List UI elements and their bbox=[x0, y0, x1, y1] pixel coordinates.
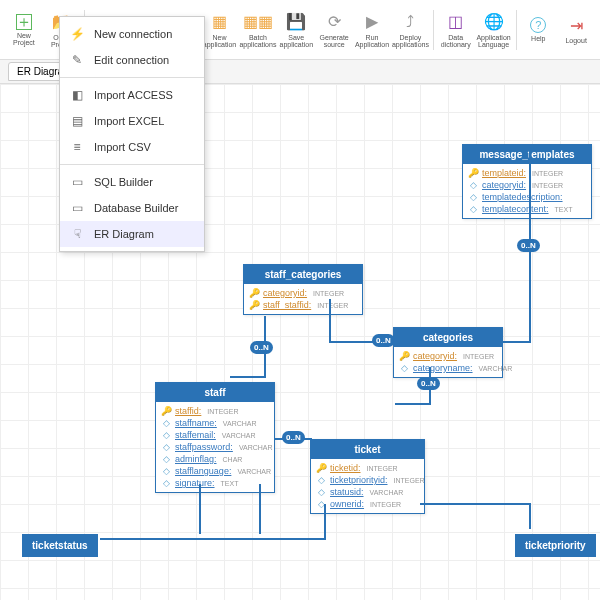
toolbar-label: Save application bbox=[278, 34, 314, 48]
diamond-icon: ◇ bbox=[399, 363, 409, 373]
cardinality-badge: 0..N bbox=[282, 431, 305, 444]
toolbar-label: Logout bbox=[565, 37, 586, 44]
entity-title: staff bbox=[156, 383, 274, 402]
dictionary-icon: ◫ bbox=[446, 12, 466, 32]
grid-multi-icon: ▦▦ bbox=[248, 12, 268, 32]
field-name: stafflanguage: bbox=[175, 466, 231, 476]
dropdown-label: Import EXCEL bbox=[94, 115, 164, 127]
help-icon: ? bbox=[530, 17, 546, 33]
toolbar-run-application[interactable]: ▶ Run Application bbox=[354, 5, 390, 55]
toolbar-application-language[interactable]: 🌐 Application Language bbox=[476, 5, 512, 55]
toolbar-deploy-applications[interactable]: ⤴ Deploy applications bbox=[392, 5, 429, 55]
field-type: INTEGER bbox=[532, 182, 563, 189]
field-name: staffpassword: bbox=[175, 442, 233, 452]
entity-ticket[interactable]: ticket 🔑ticketid:INTEGER ◇ticketpriority… bbox=[310, 439, 425, 514]
entity-fields: 🔑templateid:INTEGER ◇categoryid:INTEGER … bbox=[463, 164, 591, 218]
toolbar-new-application[interactable]: ▦ New application bbox=[202, 5, 238, 55]
field-type: VARCHAR bbox=[223, 420, 257, 427]
entity-fields: 🔑categoryid:INTEGER 🔑staff_staffid:INTEG… bbox=[244, 284, 362, 314]
field-name: categoryid: bbox=[482, 180, 526, 190]
key-icon: 🔑 bbox=[316, 463, 326, 473]
dropdown-label: New connection bbox=[94, 28, 172, 40]
generate-icon: ⟳ bbox=[324, 12, 344, 32]
excel-icon: ▤ bbox=[70, 114, 84, 128]
toolbar-batch-applications[interactable]: ▦▦ Batch applications bbox=[239, 5, 276, 55]
entity-categories[interactable]: categories 🔑categoryid:INTEGER ◇category… bbox=[393, 327, 503, 378]
field-name: templateid: bbox=[482, 168, 526, 178]
entity-message-templates[interactable]: message_templates 🔑templateid:INTEGER ◇c… bbox=[462, 144, 592, 219]
toolbar-save-application[interactable]: 💾 Save application bbox=[278, 5, 314, 55]
dropdown-label: SQL Builder bbox=[94, 176, 153, 188]
sql-icon: ▭ bbox=[70, 175, 84, 189]
edit-icon: ✎ bbox=[70, 53, 84, 67]
entity-fields: 🔑ticketid:INTEGER ◇ticketpriorityid:INTE… bbox=[311, 459, 424, 513]
field-name: ticketpriorityid: bbox=[330, 475, 388, 485]
dropdown-label: Import CSV bbox=[94, 141, 151, 153]
toolbar-generate-source[interactable]: ⟳ Generate source bbox=[316, 5, 352, 55]
toolbar-logout[interactable]: ⇥ Logout bbox=[558, 5, 594, 55]
diamond-icon: ◇ bbox=[468, 180, 478, 190]
entity-ticketstatus[interactable]: ticketstatus bbox=[22, 534, 98, 557]
entity-title: ticket bbox=[311, 440, 424, 459]
toolbar-label: New Project bbox=[6, 32, 42, 46]
diamond-icon: ◇ bbox=[468, 204, 478, 214]
field-name: statusid: bbox=[330, 487, 364, 497]
toolbar-new-project[interactable]: ＋ New Project bbox=[6, 5, 42, 55]
field-type: INTEGER bbox=[367, 465, 398, 472]
cardinality-badge: 0..N bbox=[372, 334, 395, 347]
separator bbox=[516, 10, 517, 50]
entity-title: staff_categories bbox=[244, 265, 362, 284]
field-name: signature: bbox=[175, 478, 215, 488]
key-icon: 🔑 bbox=[161, 406, 171, 416]
entity-staff-categories[interactable]: staff_categories 🔑categoryid:INTEGER 🔑st… bbox=[243, 264, 363, 315]
cardinality-badge: 0..N bbox=[250, 341, 273, 354]
field-name: ticketid: bbox=[330, 463, 361, 473]
dropdown-label: Edit connection bbox=[94, 54, 169, 66]
field-type: VARCHAR bbox=[239, 444, 273, 451]
field-type: INTEGER bbox=[532, 170, 563, 177]
diamond-icon: ◇ bbox=[161, 454, 171, 464]
dropdown-import-csv[interactable]: ≡ Import CSV bbox=[60, 134, 204, 160]
plus-icon: ＋ bbox=[16, 14, 32, 30]
toolbar-label: Deploy applications bbox=[392, 34, 429, 48]
dropdown-import-access[interactable]: ◧ Import ACCESS bbox=[60, 82, 204, 108]
key-icon: 🔑 bbox=[468, 168, 478, 178]
dropdown-new-connection[interactable]: ⚡ New connection bbox=[60, 21, 204, 47]
field-name: categoryid: bbox=[413, 351, 457, 361]
diamond-icon: ◇ bbox=[161, 442, 171, 452]
field-name: adminflag: bbox=[175, 454, 217, 464]
diamond-icon: ◇ bbox=[161, 466, 171, 476]
field-type: INTEGER bbox=[463, 353, 494, 360]
field-type: TEXT bbox=[555, 206, 573, 213]
db-icon: ▭ bbox=[70, 201, 84, 215]
logout-icon: ⇥ bbox=[566, 15, 586, 35]
dropdown-er-diagram[interactable]: ☟ ER Diagram bbox=[60, 221, 204, 247]
globe-icon: 🌐 bbox=[484, 12, 504, 32]
field-type: VARCHAR bbox=[370, 489, 404, 496]
dropdown-edit-connection[interactable]: ✎ Edit connection bbox=[60, 47, 204, 73]
dropdown-import-excel[interactable]: ▤ Import EXCEL bbox=[60, 108, 204, 134]
toolbar-label: Batch applications bbox=[239, 34, 276, 48]
toolbar-label: Application Language bbox=[476, 34, 512, 48]
bolt-icon: ⚡ bbox=[70, 27, 84, 41]
pointer-icon: ☟ bbox=[70, 227, 84, 241]
deploy-icon: ⤴ bbox=[400, 12, 420, 32]
toolbar-help[interactable]: ? Help bbox=[520, 5, 556, 55]
dropdown-sql-builder[interactable]: ▭ SQL Builder bbox=[60, 169, 204, 195]
toolbar-label: Generate source bbox=[316, 34, 352, 48]
separator bbox=[433, 10, 434, 50]
field-type: VARCHAR bbox=[237, 468, 271, 475]
entity-fields: 🔑categoryid:INTEGER ◇categoryname:VARCHA… bbox=[394, 347, 502, 377]
dropdown-database-builder[interactable]: ▭ Database Builder bbox=[60, 195, 204, 221]
database-dropdown: ⚡ New connection ✎ Edit connection ◧ Imp… bbox=[59, 16, 205, 252]
field-name: staffid: bbox=[175, 406, 201, 416]
entity-staff[interactable]: staff 🔑staffid:INTEGER ◇staffname:VARCHA… bbox=[155, 382, 275, 493]
entity-ticketpriority[interactable]: ticketpriority bbox=[515, 534, 596, 557]
toolbar-label: Help bbox=[531, 35, 545, 42]
diamond-icon: ◇ bbox=[468, 192, 478, 202]
cardinality-badge: 0..N bbox=[517, 239, 540, 252]
toolbar-data-dictionary[interactable]: ◫ Data dictionary bbox=[438, 5, 474, 55]
dropdown-label: Database Builder bbox=[94, 202, 178, 214]
key-icon: 🔑 bbox=[249, 288, 259, 298]
diamond-icon: ◇ bbox=[316, 487, 326, 497]
